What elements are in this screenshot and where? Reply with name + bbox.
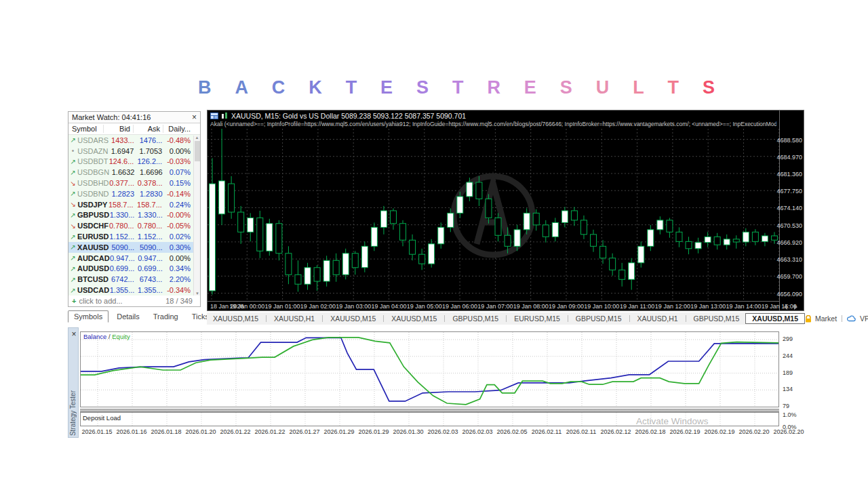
time-label: 19 Jan 08:00 (513, 303, 549, 310)
heading-letter: E (524, 77, 536, 98)
price-label: 4688.580 (776, 137, 802, 144)
time-label: 19 Jan 03:00 (336, 303, 371, 310)
chart-tabs: XAUUSD,M15XAUUSD,H1XAUUSD,M15XAUUSD,M15G… (207, 313, 805, 324)
bid-value: 6742... (108, 275, 137, 283)
tab-trading[interactable]: Trading (148, 311, 184, 322)
market-watch-row-audusd[interactable]: ↗AUDUSD0.699...0.699...0.34% (68, 264, 200, 274)
chart-tab-2[interactable]: XAUUSD,M15 (324, 314, 382, 323)
market-watch-row-eurusd[interactable]: ↗EURUSD1.152...1.152...0.02% (68, 231, 200, 242)
cloud-icon (847, 315, 856, 322)
market-watch-row-btcusd[interactable]: ↗BTCUSD6742...6743...2.20% (68, 274, 200, 285)
tester-value-axis: 299244189134791.0%0.0% (781, 327, 804, 438)
balance-axis-label: 134 (783, 386, 793, 392)
market-watch-row-usdbnd[interactable]: ↗USDBND1.28231.2830-0.14% (68, 188, 200, 199)
tab-symbols[interactable]: Symbols (68, 310, 108, 323)
column-header[interactable]: Bid (104, 125, 134, 133)
daily-value: -0.34% (165, 286, 193, 294)
down-trend-icon: ↘ (68, 180, 77, 187)
divider (568, 315, 568, 322)
chart-title: XAUUSD, M15: Gold vs US Dollar 5089.238 … (231, 112, 466, 120)
strategy-tester-label[interactable]: Strategy Tester (69, 390, 77, 436)
tester-close-icon[interactable]: × (68, 329, 79, 339)
chart-tab-7[interactable]: XAUUSD,H1 (631, 314, 684, 323)
heading-letter: S (416, 77, 429, 98)
vps-button[interactable]: VPS (860, 314, 868, 323)
close-icon[interactable]: × (192, 114, 197, 121)
price-label: 4677.750 (776, 188, 802, 195)
market-button[interactable]: Market (815, 314, 837, 323)
scroll-right-icon[interactable] (794, 304, 797, 310)
market-watch-row-usdazn[interactable]: •USDAZN1.69471.70530.00% (68, 146, 200, 157)
ask-value: 1.2830 (137, 190, 165, 198)
bid-value: 0.780... (108, 222, 137, 230)
chart-tab-0[interactable]: XAUUSD,M15 (207, 314, 264, 323)
column-header[interactable]: Ask (134, 125, 163, 133)
market-watch-row-usdjpy[interactable]: ↘USDJPY158.7...158.7...0.24% (68, 199, 200, 210)
chart-tab-8[interactable]: GBPUSD,M15 (688, 314, 746, 323)
market-watch-row-xauusd[interactable]: ↗XAUUSD5090...5090...0.30% (68, 242, 200, 253)
divider (322, 315, 323, 322)
market-watch-row-usdchf[interactable]: ↘USDCHF0.780...0.780...-0.05% (68, 220, 200, 231)
column-header[interactable]: Symbol (68, 125, 104, 133)
market-watch-row-usdbgn[interactable]: ↗USDBGN1.66321.66960.07% (68, 167, 200, 178)
price-label: 4663.310 (776, 256, 802, 263)
chart-tab-3[interactable]: XAUUSD,M15 (385, 314, 443, 323)
chart-tab-9[interactable]: XAUUSD,M15 (745, 313, 805, 324)
symbol-name: XAUUSD (77, 243, 108, 251)
date-label: 2026.02.20 (738, 428, 769, 435)
symbol-name: USDARS (77, 136, 108, 144)
market-watch-scrollbar[interactable]: ▲ ▼ (193, 136, 200, 296)
chart-tab-5[interactable]: EURUSD,M15 (508, 314, 566, 323)
daily-value: 2.20% (165, 275, 193, 283)
tester-side-strip: × Strategy Tester (68, 327, 79, 438)
chart-window: XAUUSD, M15: Gold vs US Dollar 5089.238 … (207, 110, 804, 311)
market-watch-add-row[interactable]: + click to add... 18 / 349 (68, 296, 200, 306)
tab-details[interactable]: Details (111, 311, 145, 322)
divider (686, 315, 686, 322)
symbol-name: USDJPY (77, 201, 107, 209)
scroll-left-icon[interactable] (784, 304, 787, 310)
click-to-add-label: click to add... (79, 297, 122, 305)
divider (266, 315, 267, 322)
daily-value: 0.15% (165, 179, 193, 187)
chart-title-row: XAUUSD, M15: Gold vs US Dollar 5089.238 … (210, 111, 466, 120)
price-label: 4656.090 (776, 291, 802, 298)
market-watch-row-usdars[interactable]: ↗USDARS1433...1476...-0.48% (68, 135, 200, 146)
chart-properties-icon (210, 113, 218, 119)
heading-letter: S (703, 77, 715, 98)
date-label: 2026.02.05 (496, 428, 527, 435)
market-watch-row-usdcad[interactable]: ↗USDCAD1.355...1.355...-0.34% (68, 285, 200, 296)
up-trend-icon: ↗ (68, 265, 77, 272)
bid-value: 0.699... (109, 264, 137, 272)
market-watch-row-usdbdt[interactable]: ↗USDBDT124.6...126.2...-0.03% (68, 157, 200, 167)
heading-letter: L (633, 77, 644, 98)
date-label: 2026.02.18 (635, 428, 665, 435)
daily-value: 0.30% (165, 243, 193, 251)
balance-legend: Balance / Equity (83, 333, 130, 340)
symbol-name: USDCAD (77, 286, 109, 294)
date-label: 2026.01.16 (116, 428, 146, 435)
chart-tab-1[interactable]: XAUUSD,H1 (268, 314, 321, 323)
market-watch-row-usdbhd[interactable]: ↘USDBHD0.377...0.378...0.15% (68, 178, 200, 188)
deposit-load-label: Deposit Load (83, 414, 121, 422)
balance-axis-label: 299 (783, 336, 793, 342)
scroll-down-icon[interactable]: ▼ (194, 291, 201, 296)
ask-value: 1.355... (137, 286, 165, 294)
column-header[interactable]: Daily... (163, 125, 193, 133)
date-label: 2026.02.11 (566, 428, 596, 435)
time-label: 19 Jan 13:00 (690, 303, 726, 310)
chart-tab-4[interactable]: GBPUSD,M15 (446, 314, 505, 323)
symbol-name: AUDUSD (77, 264, 109, 272)
tester-date-axis: 2026.01.152026.01.162026.01.182026.01.20… (80, 428, 799, 437)
plus-icon: + (72, 297, 76, 305)
scroll-up-icon[interactable]: ▲ (194, 136, 200, 140)
price-label: 4659.700 (776, 273, 802, 280)
bid-value: 1.152... (109, 232, 137, 241)
scrollbar-thumb[interactable] (195, 141, 200, 161)
market-watch-row-audcad[interactable]: ↗AUDCAD0.947...0.947...0.00% (68, 253, 200, 264)
time-axis[interactable]: 18 Jan 202619 Jan 00:0019 Jan 01:0019 Ja… (208, 301, 779, 311)
market-watch-row-gbpusd[interactable]: ↗GBPUSD1.330...1.330...-0.00% (68, 210, 200, 221)
chart-tab-6[interactable]: GBPUSD,M15 (570, 314, 628, 323)
symbol-name: USDAZN (77, 147, 108, 155)
legend-balance: Balance (83, 333, 106, 340)
